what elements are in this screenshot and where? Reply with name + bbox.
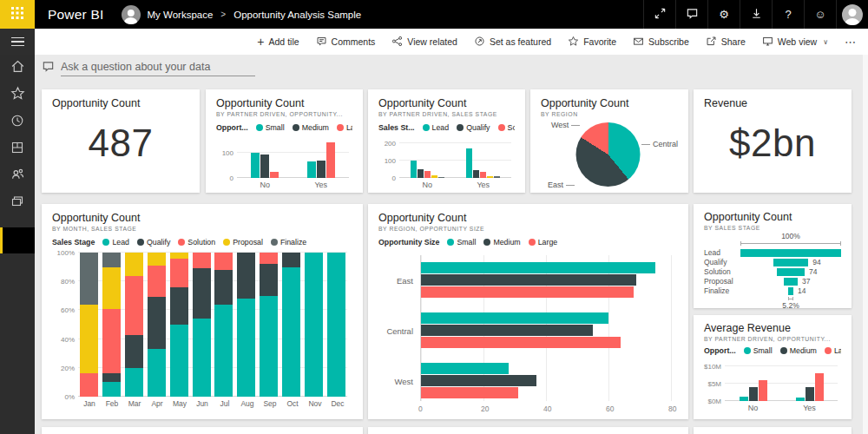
tile-partial-1[interactable] [42,427,363,434]
legend-item: Finalize [271,238,306,247]
breadcrumb-page[interactable]: Opportunity Analysis Sample [233,10,361,20]
sidebar-item-workspaces[interactable] [0,189,35,216]
tile-partial-2[interactable] [368,427,688,434]
legend-item: Large [529,238,558,247]
more-options-button[interactable]: ⋯ [845,36,857,49]
legend-item: Medium [293,123,329,132]
clock-icon [10,114,24,131]
tile-count-by-partner-size[interactable]: Opportunity Count BY PARTNER DRIVEN, OPP… [206,89,363,193]
favorite-button[interactable]: Favorite [568,36,616,49]
legend-item: Solution [178,238,215,247]
top-app-bar: Power BI My Workspace > Opportunity Anal… [0,0,868,29]
column-chart: 1000NoYes [216,140,352,189]
smiley-icon: ☺ [814,8,825,21]
command-bar-actions: + Add tile Comments View related [257,36,868,49]
apps-grid-icon [10,141,24,158]
view-related-button[interactable]: View related [391,36,457,49]
feedback-button[interactable]: ☺ [804,0,836,29]
chart-legend: Sales St...LeadQualifySolution [378,123,515,132]
tile-title: Revenue [704,97,841,109]
legend-item: Small [447,238,476,247]
account-avatar [842,4,863,25]
monitor-icon [762,36,773,49]
tile-count-by-partner-stage[interactable]: Opportunity Count BY PARTNER DRIVEN, SAL… [368,89,525,193]
sidebar-item-favorites[interactable] [0,82,35,108]
legend-item: Solution [498,123,515,132]
hamburger-icon [11,37,24,39]
sidebar-item-selected-workspace[interactable] [0,227,35,253]
chart-legend: Opport...SmallMediumLarge [704,346,841,355]
comments-button[interactable]: Comments [316,36,376,49]
tile-count-by-region-size[interactable]: Opportunity Count BY REGION, OPPORTUNITY… [368,204,688,419]
set-as-featured-button[interactable]: Set as featured [474,36,551,49]
legend-item: Small [744,346,773,355]
related-icon [391,36,403,49]
share-icon [706,36,717,49]
share-button[interactable]: Share [706,36,746,49]
comment-icon [316,36,327,49]
tile-subtitle: BY MONTH, SALES STAGE [52,226,352,232]
sidebar-item-apps[interactable] [0,135,35,162]
star-icon [568,36,579,49]
notifications-comments-button[interactable] [675,0,707,29]
tile-partial-3[interactable] [694,427,852,434]
sidebar-item-shared-with-me[interactable] [0,162,35,189]
funnel-chart: 100%LeadQualify94Solution74Proposal37Fin… [704,241,841,300]
tile-title: Average Revenue [704,322,841,334]
pie-slice-label: East [548,181,577,189]
qna-input[interactable] [61,59,255,76]
kpi-value: $2bn [704,109,841,177]
sidebar-item-home[interactable] [0,55,35,82]
legend-item: Large [337,123,352,132]
fullscreen-button[interactable] [643,0,675,29]
legend-item: Proposal [223,238,263,247]
chevron-down-icon: ∨ [823,38,828,46]
legend-title: Opportunity Size [378,238,439,247]
tile-subtitle: BY PARTNER DRIVEN, OPPORTUNITY... [704,336,841,342]
sidebar-item-recent[interactable] [0,108,35,135]
legend-item: Lead [102,238,129,247]
download-button[interactable] [740,0,772,29]
tile-subtitle: BY REGION, OPPORTUNITY SIZE [378,226,678,232]
help-button[interactable]: ? [772,0,804,29]
comment-icon [686,7,699,23]
breadcrumb-workspace[interactable]: My Workspace [148,10,214,20]
tile-title: Opportunity Count [52,97,189,109]
settings-button[interactable]: ⚙ [707,0,740,29]
web-view-dropdown[interactable]: Web view ∨ [762,36,828,49]
tile-average-revenue[interactable]: Average Revenue BY PARTNER DRIVEN, OPPOR… [694,315,852,419]
powerbi-logo[interactable]: Power BI [48,7,104,23]
vertical-scrollbar[interactable] [863,55,868,434]
tile-title: Opportunity Count [704,211,841,223]
pie-slice-label: Central [639,140,678,148]
tile-opportunity-count-card[interactable]: Opportunity Count 487 [42,89,200,193]
legend-item: Small [256,123,285,132]
tile-subtitle: BY PARTNER DRIVEN, SALES STAGE [378,111,515,117]
legend-title: Opport... [704,346,736,355]
tile-subtitle: BY SALES STAGE [704,225,841,231]
tile-subtitle: BY PARTNER DRIVEN, OPPORTUNITY... [216,111,352,117]
person-icon [127,10,134,16]
expand-icon [654,7,667,23]
tile-count-by-stage-funnel[interactable]: Opportunity Count BY SALES STAGE 100%Lea… [694,204,852,308]
help-icon: ? [785,8,791,21]
column-chart: $10M$5M$0MNoYes [704,363,841,412]
legend-title: Sales St... [378,123,415,132]
chart-legend: Opport...SmallMediumLarge [216,123,352,132]
qna-bar [42,59,255,76]
workspace-avatar[interactable] [122,5,141,24]
featured-icon [474,36,485,49]
app-launcher-button[interactable] [0,0,35,29]
star-icon [10,86,25,104]
legend-title: Sales Stage [52,238,95,247]
tile-revenue-card[interactable]: Revenue $2bn [694,89,852,193]
account-button[interactable] [836,0,868,29]
add-tile-button[interactable]: + Add tile [257,36,299,48]
nav-menu-button[interactable] [0,29,35,55]
tile-count-by-region-pie[interactable]: Opportunity Count BY REGION CentralEastW… [530,89,688,193]
subscribe-button[interactable]: Subscribe [633,36,689,49]
download-icon [750,7,763,23]
pie-chart: CentralEastWest [541,121,678,190]
legend-title: Opport... [216,123,248,132]
tile-count-by-month-stage[interactable]: Opportunity Count BY MONTH, SALES STAGE … [42,204,363,419]
